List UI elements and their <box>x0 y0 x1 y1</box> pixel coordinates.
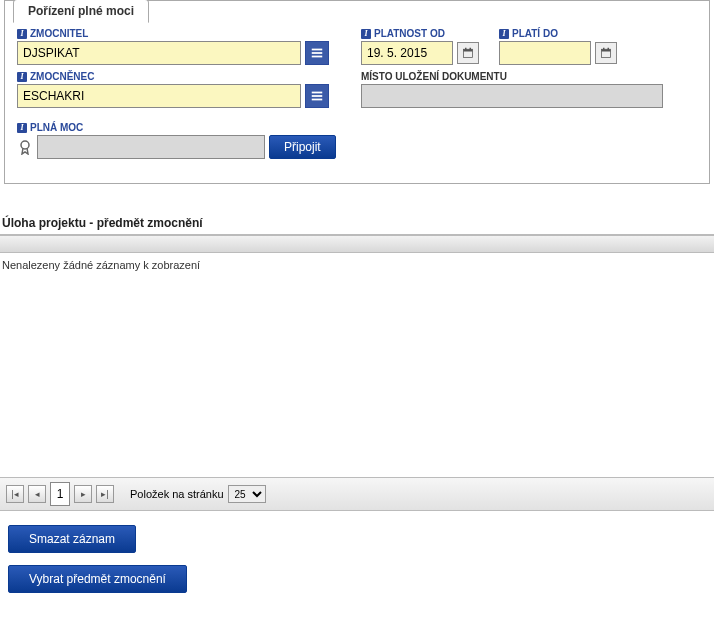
zmocnenec-input[interactable] <box>17 84 301 108</box>
platido-date-button[interactable] <box>595 42 617 64</box>
select-subject-button[interactable]: Vybrat předmět zmocnění <box>8 565 187 593</box>
pager-page-input[interactable] <box>50 482 70 506</box>
ribbon-icon <box>17 139 33 155</box>
svg-rect-10 <box>470 48 472 50</box>
list-icon <box>310 89 324 103</box>
pager-prev-button[interactable]: ◂ <box>28 485 46 503</box>
svg-rect-12 <box>602 49 611 51</box>
zmocnitel-input[interactable] <box>17 41 301 65</box>
mistoulozeni-label: MÍSTO ULOŽENÍ DOKUMENTU <box>361 71 697 82</box>
pager-first-button[interactable]: |◂ <box>6 485 24 503</box>
svg-rect-0 <box>312 49 323 51</box>
pager-last-button[interactable]: ▸| <box>96 485 114 503</box>
panel-title-tab: Pořízení plné moci <box>13 0 149 23</box>
pager-items-label: Položek na stránku <box>130 488 224 500</box>
list-icon <box>310 46 324 60</box>
main-panel: Pořízení plné moci iZMOCNITEL iZMOCNĚNEC <box>4 0 710 184</box>
info-icon: i <box>499 29 509 39</box>
platido-input[interactable] <box>499 41 591 65</box>
calendar-icon <box>462 47 474 59</box>
plnamoc-label: iPLNÁ MOC <box>17 122 337 133</box>
grid-header <box>0 235 714 253</box>
calendar-icon <box>600 47 612 59</box>
pager-pagesize-select[interactable]: 25 <box>228 485 266 503</box>
info-icon: i <box>361 29 371 39</box>
platido-label: iPLATÍ DO <box>499 28 617 39</box>
zmocnenec-label: iZMOCNĚNEC <box>17 71 337 82</box>
grid-empty-message: Nenalezeny žádné záznamy k zobrazení <box>0 253 714 277</box>
svg-rect-4 <box>312 95 323 97</box>
svg-rect-2 <box>312 56 323 58</box>
info-icon: i <box>17 29 27 39</box>
platnostod-date-button[interactable] <box>457 42 479 64</box>
svg-point-6 <box>21 141 29 149</box>
svg-rect-13 <box>603 48 605 50</box>
info-icon: i <box>17 72 27 82</box>
svg-rect-9 <box>465 48 467 50</box>
svg-rect-3 <box>312 92 323 94</box>
section-title: Úloha projektu - předmět zmocnění <box>0 212 714 235</box>
pager-next-button[interactable]: ▸ <box>74 485 92 503</box>
svg-rect-5 <box>312 99 323 101</box>
mistoulozeni-input[interactable] <box>361 84 663 108</box>
pripojit-button[interactable]: Připojit <box>269 135 336 159</box>
svg-rect-14 <box>608 48 610 50</box>
delete-record-button[interactable]: Smazat záznam <box>8 525 136 553</box>
plnamoc-input[interactable] <box>37 135 265 159</box>
svg-rect-1 <box>312 52 323 54</box>
platnostod-input[interactable] <box>361 41 453 65</box>
platnostod-label: iPLATNOST OD <box>361 28 479 39</box>
svg-rect-8 <box>464 49 473 51</box>
zmocnitel-lookup-button[interactable] <box>305 41 329 65</box>
zmocnitel-label: iZMOCNITEL <box>17 28 337 39</box>
pager-bar: |◂ ◂ ▸ ▸| Položek na stránku 25 <box>0 477 714 511</box>
zmocnenec-lookup-button[interactable] <box>305 84 329 108</box>
info-icon: i <box>17 123 27 133</box>
